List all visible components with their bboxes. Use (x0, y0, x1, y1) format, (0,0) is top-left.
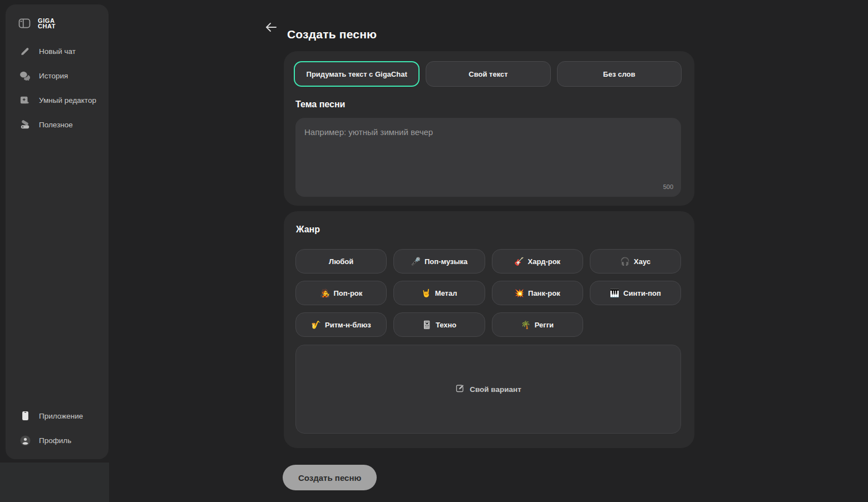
page-title: Создать песню (287, 28, 377, 41)
tab-gigachat-text[interactable]: Придумать текст с GigaChat (294, 61, 420, 87)
tab-no-words[interactable]: Без слов (557, 61, 682, 87)
profile-avatar-icon (19, 435, 31, 446)
genre-btn-label: Поп-музыка (425, 257, 467, 266)
genre-any[interactable]: Любой (295, 249, 387, 274)
tab-own-text[interactable]: Свой текст (426, 61, 550, 87)
genre-label: Жанр (284, 211, 694, 235)
arrow-left-icon (264, 21, 278, 36)
sidebar-item-label: Умный редактор (39, 96, 96, 105)
sidebar-item-label: Новый чат (39, 47, 76, 56)
theme-label: Тема песни (295, 100, 694, 110)
smart-editor-icon (19, 95, 31, 106)
sidebar-item-history[interactable]: История (6, 63, 108, 88)
genre-btn-label: Регги (535, 321, 554, 329)
genre-techno[interactable]: 🎚️ Техно (393, 312, 485, 337)
sidebar-item-label: Профиль (39, 436, 71, 445)
sidebar-toggle-icon[interactable] (18, 18, 31, 28)
custom-genre-button[interactable]: Свой вариант (295, 345, 681, 434)
sidebar-item-label: Приложение (39, 412, 83, 420)
logo-line-2: CHAT (38, 23, 56, 29)
genre-pop-rock[interactable]: 🧑‍🎤 Поп-рок (295, 281, 387, 305)
sidebar-item-new-chat[interactable]: Новый чат (6, 39, 108, 63)
genre-btn-label: Любой (329, 257, 353, 266)
sidebar-header: GIGA CHAT (6, 4, 108, 29)
genre-metal[interactable]: 🤘 Метал (393, 281, 485, 305)
new-chat-pencil-icon (19, 46, 31, 57)
back-button[interactable] (264, 21, 278, 36)
horns-hand-icon: 🤘 (421, 289, 431, 297)
genre-house[interactable]: 🎧 Хаус (590, 249, 681, 274)
headphones-icon: 🎧 (620, 257, 630, 265)
genre-btn-label: Техно (436, 321, 456, 329)
explosion-icon: 💥 (515, 289, 524, 297)
genre-punk-rock[interactable]: 💥 Панк-рок (492, 281, 583, 305)
edit-square-icon (455, 384, 465, 395)
genre-btn-label: Метал (435, 289, 457, 297)
gigachat-logo[interactable]: GIGA CHAT (38, 18, 56, 29)
singer-icon: 🧑‍🎤 (320, 289, 329, 297)
phone-app-icon (19, 410, 31, 421)
sidebar-lower-panel (0, 463, 109, 502)
genre-btn-label: Синти-поп (623, 289, 661, 297)
genre-btn-label: Поп-рок (333, 289, 362, 297)
genre-synth-pop[interactable]: 🎹 Синти-поп (590, 281, 681, 305)
sidebar-nav: Новый чат История Умный редактор (6, 39, 108, 137)
microphone-icon: 🎤 (411, 257, 421, 265)
sidebar-item-label: История (39, 72, 68, 80)
keyboard-icon: 🎹 (610, 289, 619, 297)
saxophone-icon: 🎷 (312, 321, 321, 329)
useful-icon (19, 119, 31, 130)
genre-rnb[interactable]: 🎷 Ритм-н-блюз (295, 312, 387, 337)
sidebar-item-smart-editor[interactable]: Умный редактор (6, 88, 108, 112)
genre-btn-label: Хаус (634, 257, 650, 266)
text-mode-card: Придумать текст с GigaChat Свой текст Бе… (284, 51, 694, 206)
guitar-icon: 🎸 (514, 257, 524, 265)
theme-input-wrap: 500 (295, 118, 681, 197)
genre-card: Жанр Любой 🎤 Поп-музыка 🎸 Хард-рок 🎧 Хау… (284, 211, 694, 448)
sidebar-bottom-nav: Приложение Профиль (6, 404, 108, 453)
genre-pop-music[interactable]: 🎤 Поп-музыка (393, 249, 485, 274)
palm-tree-icon: 🌴 (521, 321, 530, 329)
genre-grid: Любой 🎤 Поп-музыка 🎸 Хард-рок 🎧 Хаус 🧑‍🎤… (295, 249, 681, 337)
genre-btn-label: Ритм-н-блюз (325, 321, 371, 329)
custom-genre-label: Свой вариант (470, 385, 521, 394)
sidebar-item-profile[interactable]: Профиль (6, 428, 108, 453)
theme-input[interactable] (295, 118, 681, 197)
sidebar-item-useful[interactable]: Полезное (6, 112, 108, 137)
char-counter: 500 (663, 183, 673, 190)
genre-hard-rock[interactable]: 🎸 Хард-рок (492, 249, 583, 274)
genre-btn-label: Панк-рок (528, 289, 560, 297)
history-chats-icon (19, 70, 31, 81)
sidebar-item-app[interactable]: Приложение (6, 404, 108, 428)
sidebar-item-label: Полезное (39, 121, 73, 129)
genre-reggae[interactable]: 🌴 Регги (492, 312, 583, 337)
level-slider-icon: 🎚️ (422, 321, 431, 329)
create-song-button[interactable]: Создать песню (283, 465, 377, 490)
genre-btn-label: Хард-рок (528, 257, 561, 266)
sidebar: GIGA CHAT Новый чат История (6, 4, 108, 459)
text-mode-tabs: Придумать текст с GigaChat Свой текст Бе… (284, 51, 694, 87)
